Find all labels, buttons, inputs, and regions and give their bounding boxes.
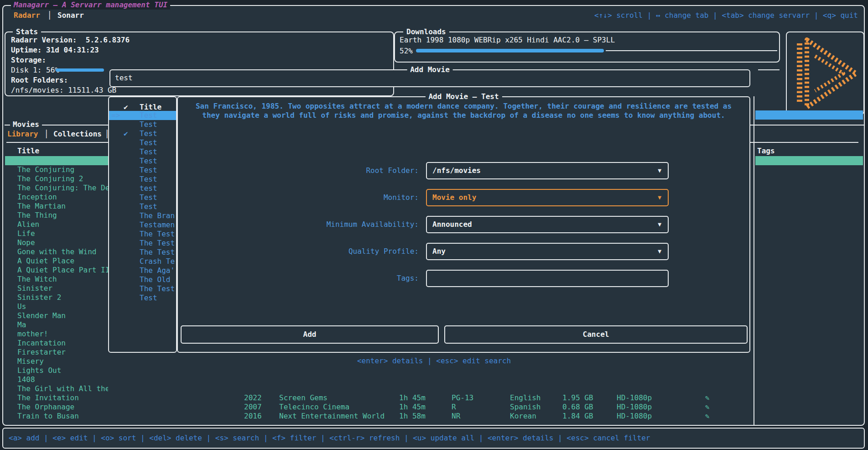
movie-title: 1408 (17, 375, 35, 384)
movie-runtime: 1h 58m (399, 412, 426, 421)
result-row[interactable]: test (109, 184, 176, 193)
result-row[interactable]: Test (109, 293, 176, 303)
select-minimumavailability[interactable]: Announced▼ (426, 216, 669, 233)
result-row[interactable]: Test (109, 147, 176, 157)
result-row[interactable]: Test (109, 175, 176, 184)
movie-row[interactable]: Ma (5, 320, 108, 330)
result-row[interactable]: Test (109, 157, 176, 166)
movie-row[interactable]: 1408 (5, 375, 108, 384)
movie-row[interactable]: Sinister 2 (5, 293, 108, 302)
uptime: Uptime: 31d 04:31:23 (11, 46, 99, 55)
movie-year: 2016 (244, 412, 262, 421)
library-title-header: Title (17, 147, 39, 156)
movie-studio: Telecinco Cinema (279, 403, 349, 412)
select-monitor[interactable]: Movie only▼ (426, 189, 669, 206)
movie-title: Misery (17, 357, 44, 366)
result-row[interactable]: Test (109, 166, 176, 175)
movie-year: 2007 (244, 403, 262, 412)
movie-row[interactable]: Incantation (5, 339, 108, 348)
movie-row[interactable]: Inception (5, 193, 108, 202)
top-key-hints: <↑↓> scroll | ↔ change tab | <tab> chang… (594, 11, 858, 20)
movie-title: Ma (17, 320, 26, 330)
result-row[interactable]: The Test (109, 284, 176, 293)
tag-edit-icon[interactable]: ✎ (705, 403, 710, 412)
tag-edit-icon[interactable]: ✎ (705, 412, 710, 421)
monitored-check-icon: ✔ (124, 129, 128, 138)
movie-row[interactable]: mother! (5, 330, 108, 339)
download-progress-track (606, 50, 777, 51)
movie-overview: San Francisco, 1985. Two opposites attra… (192, 102, 735, 120)
movie-title: A Quiet Place Part II (17, 266, 108, 275)
movie-row[interactable]: A Quiet Place Part II (5, 266, 108, 275)
results-check-header: ✔ (124, 103, 128, 112)
movie-title: Sinister (17, 284, 52, 293)
movie-row[interactable]: Misery (5, 357, 108, 366)
movie-row[interactable]: Train to Busan (5, 412, 108, 421)
movie-row[interactable]: Us (5, 302, 108, 311)
result-title: Test (140, 111, 157, 120)
movie-title: Gone with the Wind (17, 247, 96, 256)
border-fragment (758, 69, 780, 70)
tab-library[interactable]: Library (7, 130, 38, 139)
movie-row[interactable]: The Invitation (5, 393, 108, 403)
result-title: The Test (140, 239, 175, 248)
movie-row[interactable]: The Thing (5, 211, 108, 220)
movie-year: 2022 (244, 393, 262, 403)
chevron-down-icon: ▼ (658, 244, 661, 259)
result-row[interactable]: The Test (109, 239, 176, 248)
result-row[interactable]: The Old (109, 275, 176, 284)
movie-row[interactable]: Gone with the Wind (5, 247, 108, 256)
result-title: The Bran (140, 211, 175, 220)
field-label-monitor: Monitor: (178, 193, 419, 202)
result-title: Test (140, 138, 157, 147)
movie-row[interactable]: Alien (5, 220, 108, 229)
result-row[interactable]: ✔Test (109, 129, 176, 138)
add-button[interactable]: Add (181, 325, 439, 344)
movie-runtime: 1h 45m (399, 403, 426, 412)
result-row[interactable]: =>Test (109, 111, 176, 120)
movie-row[interactable]: Lights Out (5, 366, 108, 375)
movie-row[interactable]: The Martian (5, 202, 108, 211)
movie-language: English (510, 393, 541, 403)
movie-row[interactable]: The Conjuring (5, 165, 108, 174)
add-movie-search-title: Add Movie (407, 65, 453, 75)
movie-row[interactable]: The Orphanage (5, 403, 108, 412)
result-row[interactable]: The Test (109, 248, 176, 257)
movie-row[interactable]: The Girl with All the (5, 384, 108, 393)
movie-row[interactable]: =>Dune (5, 156, 108, 165)
field-value: Any (432, 244, 446, 259)
result-row[interactable]: Test (109, 138, 176, 147)
result-row[interactable]: Test (109, 202, 176, 211)
movie-row[interactable]: Sinister (5, 284, 108, 293)
movie-row[interactable]: The Witch (5, 275, 108, 284)
tag-edit-icon[interactable]: ✎ (705, 393, 710, 403)
download-percent: 52% (400, 47, 413, 56)
movie-row[interactable]: The Conjuring 2 (5, 174, 108, 183)
field-value: Announced (432, 217, 472, 232)
result-row[interactable]: The Aga' (109, 266, 176, 275)
add-movie-search-input[interactable]: test (115, 73, 133, 83)
movie-row[interactable]: Nope (5, 238, 108, 247)
select-qualityprofile[interactable]: Any▼ (426, 243, 669, 260)
result-row[interactable]: Test (109, 193, 176, 202)
cancel-button[interactable]: Cancel (444, 325, 748, 344)
select-rootfolder[interactable]: /nfs/movies▼ (426, 162, 669, 179)
result-row[interactable]: The Test (109, 230, 176, 239)
result-row[interactable]: Test (109, 120, 176, 129)
tab-collections[interactable]: Collections (53, 130, 102, 139)
movie-title: The Girl with All the (17, 384, 108, 393)
result-row[interactable]: Testamen (109, 220, 176, 230)
movie-row[interactable]: The Conjuring: The De (5, 183, 108, 193)
tab-sonarr[interactable]: Sonarr (57, 11, 84, 20)
movie-row[interactable]: Slender Man (5, 311, 108, 320)
result-row[interactable]: The Bran (109, 211, 176, 220)
movie-title: Life (17, 229, 35, 238)
storage-label: Storage: (11, 56, 46, 65)
input-tags[interactable] (426, 270, 669, 287)
result-title: Test (140, 157, 157, 166)
result-row[interactable]: Crash Te (109, 257, 176, 266)
tab-radarr[interactable]: Radarr (14, 11, 40, 20)
movie-row[interactable]: A Quiet Place (5, 256, 108, 266)
movie-row[interactable]: Firestarter (5, 348, 108, 357)
movie-row[interactable]: Life (5, 229, 108, 238)
